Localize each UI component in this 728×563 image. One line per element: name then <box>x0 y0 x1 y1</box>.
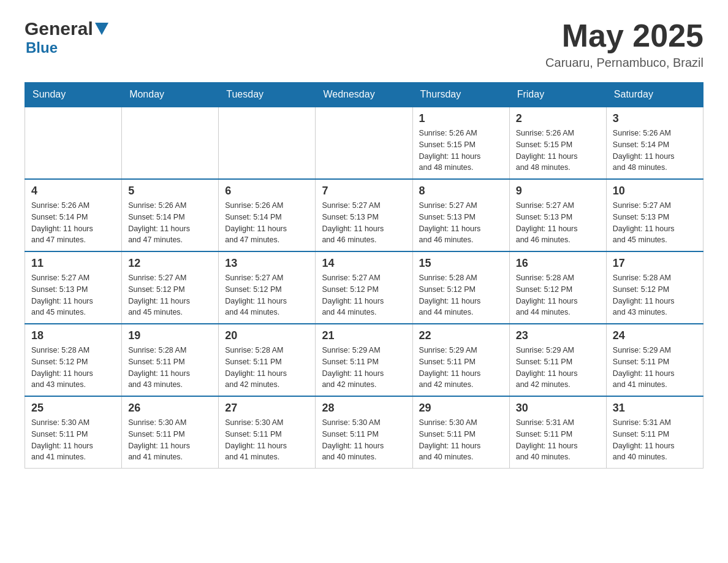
cell-week2-day6: 10Sunrise: 5:27 AMSunset: 5:13 PMDayligh… <box>606 179 703 251</box>
day-number: 27 <box>225 402 309 415</box>
cell-week5-day2: 27Sunrise: 5:30 AMSunset: 5:11 PMDayligh… <box>219 396 316 469</box>
cell-week1-day5: 2Sunrise: 5:26 AMSunset: 5:15 PMDaylight… <box>509 107 606 179</box>
day-number: 1 <box>419 112 503 125</box>
cell-week4-day3: 21Sunrise: 5:29 AMSunset: 5:11 PMDayligh… <box>316 324 412 396</box>
day-info: Sunrise: 5:28 AMSunset: 5:11 PMDaylight:… <box>225 345 309 391</box>
cell-week5-day3: 28Sunrise: 5:30 AMSunset: 5:11 PMDayligh… <box>316 396 412 469</box>
cell-week5-day5: 30Sunrise: 5:31 AMSunset: 5:11 PMDayligh… <box>509 396 606 469</box>
day-info: Sunrise: 5:28 AMSunset: 5:12 PMDaylight:… <box>419 272 503 318</box>
cell-week1-day0 <box>25 107 122 179</box>
day-number: 20 <box>225 329 309 342</box>
cell-week5-day4: 29Sunrise: 5:30 AMSunset: 5:11 PMDayligh… <box>412 396 509 469</box>
day-number: 15 <box>419 257 503 270</box>
day-number: 23 <box>516 329 600 342</box>
cell-week2-day0: 4Sunrise: 5:26 AMSunset: 5:14 PMDaylight… <box>25 179 122 251</box>
cell-week2-day3: 7Sunrise: 5:27 AMSunset: 5:13 PMDaylight… <box>316 179 412 251</box>
cell-week1-day1 <box>122 107 219 179</box>
day-info: Sunrise: 5:26 AMSunset: 5:14 PMDaylight:… <box>31 200 115 246</box>
day-info: Sunrise: 5:28 AMSunset: 5:12 PMDaylight:… <box>613 272 697 318</box>
logo-triangle-icon <box>95 23 108 36</box>
day-info: Sunrise: 5:30 AMSunset: 5:11 PMDaylight:… <box>225 417 309 463</box>
cell-week4-day4: 22Sunrise: 5:29 AMSunset: 5:11 PMDayligh… <box>412 324 509 396</box>
day-info: Sunrise: 5:27 AMSunset: 5:13 PMDaylight:… <box>613 200 697 246</box>
day-number: 9 <box>516 185 600 197</box>
cell-week4-day6: 24Sunrise: 5:29 AMSunset: 5:11 PMDayligh… <box>606 324 703 396</box>
day-info: Sunrise: 5:31 AMSunset: 5:11 PMDaylight:… <box>516 417 600 463</box>
day-info: Sunrise: 5:28 AMSunset: 5:11 PMDaylight:… <box>128 345 212 391</box>
day-number: 8 <box>419 185 503 197</box>
cell-week3-day4: 15Sunrise: 5:28 AMSunset: 5:12 PMDayligh… <box>412 251 509 324</box>
day-number: 16 <box>516 257 600 270</box>
cell-week3-day6: 17Sunrise: 5:28 AMSunset: 5:12 PMDayligh… <box>606 251 703 324</box>
week-row-3: 11Sunrise: 5:27 AMSunset: 5:13 PMDayligh… <box>25 251 703 324</box>
day-info: Sunrise: 5:30 AMSunset: 5:11 PMDaylight:… <box>128 417 212 463</box>
cell-week4-day2: 20Sunrise: 5:28 AMSunset: 5:11 PMDayligh… <box>219 324 316 396</box>
header-saturday: Saturday <box>606 83 703 107</box>
cell-week3-day0: 11Sunrise: 5:27 AMSunset: 5:13 PMDayligh… <box>25 251 122 324</box>
logo-blue-text: Blue <box>26 39 108 56</box>
day-info: Sunrise: 5:27 AMSunset: 5:13 PMDaylight:… <box>31 272 115 318</box>
day-info: Sunrise: 5:27 AMSunset: 5:13 PMDaylight:… <box>322 200 406 246</box>
day-info: Sunrise: 5:27 AMSunset: 5:12 PMDaylight:… <box>225 272 309 318</box>
day-info: Sunrise: 5:27 AMSunset: 5:12 PMDaylight:… <box>128 272 212 318</box>
calendar-header-row: SundayMondayTuesdayWednesdayThursdayFrid… <box>25 83 703 107</box>
page-header: General Blue May 2025 Caruaru, Pernambuc… <box>25 18 703 70</box>
week-row-4: 18Sunrise: 5:28 AMSunset: 5:12 PMDayligh… <box>25 324 703 396</box>
week-row-2: 4Sunrise: 5:26 AMSunset: 5:14 PMDaylight… <box>25 179 703 251</box>
day-number: 3 <box>613 112 697 125</box>
calendar-table: SundayMondayTuesdayWednesdayThursdayFrid… <box>25 82 703 469</box>
cell-week4-day0: 18Sunrise: 5:28 AMSunset: 5:12 PMDayligh… <box>25 324 122 396</box>
header-monday: Monday <box>122 83 219 107</box>
day-number: 18 <box>31 329 115 342</box>
week-row-1: 1Sunrise: 5:26 AMSunset: 5:15 PMDaylight… <box>25 107 703 179</box>
header-wednesday: Wednesday <box>316 83 412 107</box>
header-tuesday: Tuesday <box>219 83 316 107</box>
cell-week3-day5: 16Sunrise: 5:28 AMSunset: 5:12 PMDayligh… <box>509 251 606 324</box>
day-info: Sunrise: 5:30 AMSunset: 5:11 PMDaylight:… <box>419 417 503 463</box>
cell-week4-day1: 19Sunrise: 5:28 AMSunset: 5:11 PMDayligh… <box>122 324 219 396</box>
day-number: 4 <box>31 185 115 197</box>
day-number: 24 <box>613 329 697 342</box>
day-number: 17 <box>613 257 697 270</box>
day-info: Sunrise: 5:27 AMSunset: 5:13 PMDaylight:… <box>419 200 503 246</box>
cell-week1-day3 <box>316 107 412 179</box>
day-info: Sunrise: 5:26 AMSunset: 5:15 PMDaylight:… <box>516 128 600 174</box>
day-info: Sunrise: 5:29 AMSunset: 5:11 PMDaylight:… <box>322 345 406 391</box>
day-number: 19 <box>128 329 212 342</box>
calendar-title: May 2025 <box>545 18 703 53</box>
header-friday: Friday <box>509 83 606 107</box>
day-number: 30 <box>516 402 600 415</box>
day-number: 10 <box>613 185 697 197</box>
cell-week2-day1: 5Sunrise: 5:26 AMSunset: 5:14 PMDaylight… <box>122 179 219 251</box>
day-info: Sunrise: 5:26 AMSunset: 5:14 PMDaylight:… <box>128 200 212 246</box>
week-row-5: 25Sunrise: 5:30 AMSunset: 5:11 PMDayligh… <box>25 396 703 469</box>
svg-marker-0 <box>95 23 108 35</box>
cell-week3-day2: 13Sunrise: 5:27 AMSunset: 5:12 PMDayligh… <box>219 251 316 324</box>
cell-week4-day5: 23Sunrise: 5:29 AMSunset: 5:11 PMDayligh… <box>509 324 606 396</box>
logo: General Blue <box>25 18 108 56</box>
day-info: Sunrise: 5:27 AMSunset: 5:13 PMDaylight:… <box>516 200 600 246</box>
cell-week3-day3: 14Sunrise: 5:27 AMSunset: 5:12 PMDayligh… <box>316 251 412 324</box>
cell-week2-day4: 8Sunrise: 5:27 AMSunset: 5:13 PMDaylight… <box>412 179 509 251</box>
cell-week5-day0: 25Sunrise: 5:30 AMSunset: 5:11 PMDayligh… <box>25 396 122 469</box>
day-info: Sunrise: 5:26 AMSunset: 5:15 PMDaylight:… <box>419 128 503 174</box>
cell-week1-day2 <box>219 107 316 179</box>
day-info: Sunrise: 5:26 AMSunset: 5:14 PMDaylight:… <box>225 200 309 246</box>
day-number: 28 <box>322 402 406 415</box>
day-number: 2 <box>516 112 600 125</box>
day-info: Sunrise: 5:30 AMSunset: 5:11 PMDaylight:… <box>31 417 115 463</box>
day-number: 7 <box>322 185 406 197</box>
day-number: 31 <box>613 402 697 415</box>
day-number: 29 <box>419 402 503 415</box>
day-info: Sunrise: 5:29 AMSunset: 5:11 PMDaylight:… <box>419 345 503 391</box>
logo-general-text: General <box>25 18 93 39</box>
day-info: Sunrise: 5:31 AMSunset: 5:11 PMDaylight:… <box>613 417 697 463</box>
day-info: Sunrise: 5:30 AMSunset: 5:11 PMDaylight:… <box>322 417 406 463</box>
cell-week5-day6: 31Sunrise: 5:31 AMSunset: 5:11 PMDayligh… <box>606 396 703 469</box>
cell-week2-day2: 6Sunrise: 5:26 AMSunset: 5:14 PMDaylight… <box>219 179 316 251</box>
day-number: 14 <box>322 257 406 270</box>
cell-week2-day5: 9Sunrise: 5:27 AMSunset: 5:13 PMDaylight… <box>509 179 606 251</box>
day-info: Sunrise: 5:28 AMSunset: 5:12 PMDaylight:… <box>31 345 115 391</box>
day-number: 6 <box>225 185 309 197</box>
cell-week1-day4: 1Sunrise: 5:26 AMSunset: 5:15 PMDaylight… <box>412 107 509 179</box>
